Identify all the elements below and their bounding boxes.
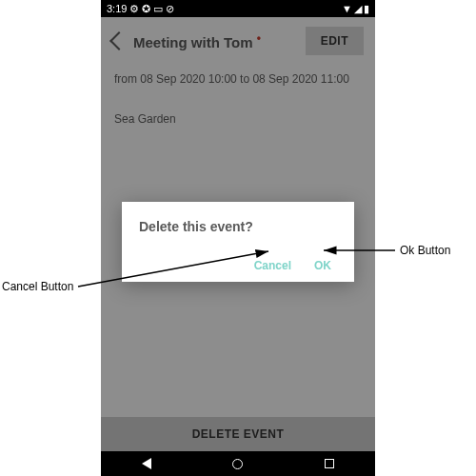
status-right: ▼ ◢ ▮ bbox=[342, 4, 369, 14]
noentry-icon: ⊘ bbox=[166, 4, 174, 14]
annotation-ok-label: Ok Button bbox=[400, 244, 450, 257]
delete-dialog: Delete this event? Cancel OK bbox=[122, 202, 354, 282]
phone-frame: 3:19 ⚙ ✪ ▭ ⊘ ▼ ◢ ▮ Meeting with Tom • ED… bbox=[101, 0, 375, 476]
nav-home-icon[interactable] bbox=[232, 459, 243, 469]
ok-button[interactable]: OK bbox=[314, 259, 331, 272]
shield-icon: ✪ bbox=[142, 4, 150, 14]
battery-icon: ▮ bbox=[364, 4, 369, 14]
nav-back-icon[interactable] bbox=[142, 458, 151, 469]
android-nav-bar bbox=[101, 451, 375, 476]
status-bar: 3:19 ⚙ ✪ ▭ ⊘ ▼ ◢ ▮ bbox=[101, 0, 375, 17]
status-left: 3:19 ⚙ ✪ ▭ ⊘ bbox=[107, 3, 174, 14]
annotation-cancel-label: Cancel Button bbox=[2, 280, 73, 293]
dialog-title: Delete this event? bbox=[139, 219, 337, 234]
status-time: 3:19 bbox=[107, 3, 127, 14]
nav-recent-icon[interactable] bbox=[325, 459, 334, 468]
signal-icon: ◢ bbox=[354, 4, 362, 14]
modal-overlay[interactable]: Delete this event? Cancel OK bbox=[101, 17, 375, 451]
wifi-icon: ▼ bbox=[342, 4, 352, 14]
gear-icon: ⚙ bbox=[129, 4, 139, 14]
dialog-actions: Cancel OK bbox=[139, 259, 337, 272]
card-icon: ▭ bbox=[153, 4, 163, 14]
cancel-button[interactable]: Cancel bbox=[254, 259, 291, 272]
